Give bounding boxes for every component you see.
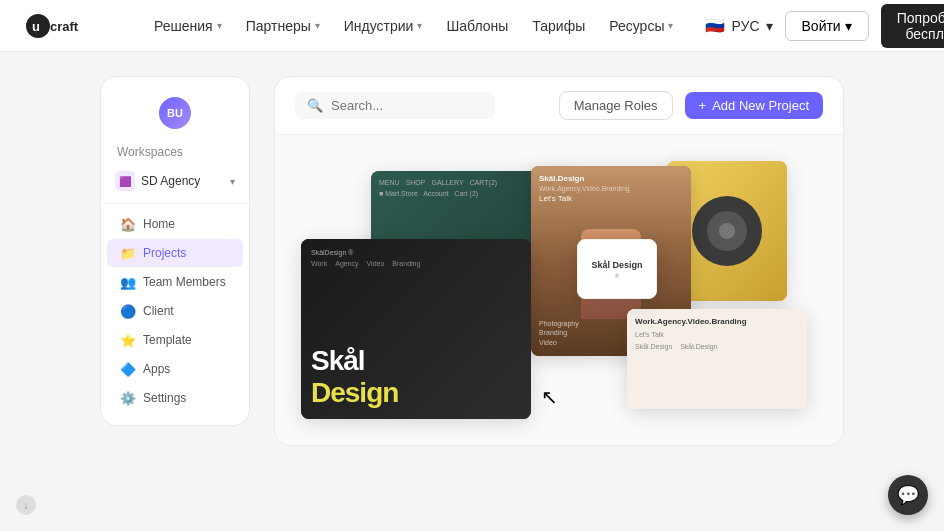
header-actions: Manage Roles + Add New Project — [559, 91, 823, 120]
sidebar-item-apps[interactable]: 🔷 Apps — [107, 355, 243, 383]
try-free-button[interactable]: Попробовать бесплатно ↗ — [881, 4, 944, 48]
photo-brand: SkäI.Design — [539, 174, 683, 183]
sidebar-item-home[interactable]: 🏠 Home — [107, 210, 243, 238]
svg-text:u: u — [32, 19, 40, 34]
logo[interactable]: u craft — [24, 12, 114, 40]
design-text: Design — [311, 377, 521, 409]
chevron-down-icon: ▾ — [668, 20, 673, 31]
skal-text: Skål — [311, 345, 521, 377]
svg-text:craft: craft — [50, 19, 79, 34]
team-icon: 👥 — [121, 275, 135, 289]
client-icon: 🔵 — [121, 304, 135, 318]
chat-icon: 💬 — [897, 484, 919, 506]
design-collage: MENUSHOPGALLERYCART(2) ■ Mart.Store Acco… — [291, 151, 827, 429]
agency-title: Work.Agency.Video.Branding — [635, 317, 799, 326]
cursor-icon: ↖ — [541, 385, 558, 409]
chevron-down-icon: ↓ — [24, 500, 29, 511]
sidebar-logo: BU — [159, 97, 191, 129]
sidebar-item-template[interactable]: ⭐ Template — [107, 326, 243, 354]
search-input[interactable] — [331, 98, 483, 113]
nav-link-solutions[interactable]: Решения ▾ — [154, 18, 222, 34]
plus-icon: + — [699, 98, 707, 113]
design-card-logo-small: Skål Design ® — [577, 239, 657, 299]
chevron-down-icon: ▾ — [315, 20, 320, 31]
small-brand: Skål Design — [591, 260, 642, 270]
scroll-hint[interactable]: ↓ — [16, 495, 36, 515]
sidebar-logo-area: BU — [101, 89, 249, 141]
chevron-down-icon: ▾ — [766, 18, 773, 34]
workspaces-label: Workspaces — [101, 141, 249, 165]
sidebar-panel: BU Workspaces 🟪 SD Agency ▾ 🏠 Home 📁 Pro… — [100, 76, 250, 426]
nav-link-industries[interactable]: Индустрии ▾ — [344, 18, 423, 34]
sidebar-divider — [101, 203, 249, 204]
chevron-down-icon: ▾ — [217, 20, 222, 31]
manage-roles-button[interactable]: Manage Roles — [559, 91, 673, 120]
chevron-down-icon: ▾ — [230, 176, 235, 187]
design-card-agency: Work.Agency.Video.Branding Let's Talk Sk… — [627, 309, 807, 409]
nav-actions: 🇷🇺 РУС ▾ Войти ▾ Попробовать бесплатно ↗ — [705, 4, 944, 48]
design-preview-area: MENUSHOPGALLERYCART(2) ■ Mart.Store Acco… — [275, 135, 843, 445]
nav-link-partners[interactable]: Партнеры ▾ — [246, 18, 320, 34]
sidebar-item-projects[interactable]: 📁 Projects — [107, 239, 243, 267]
template-icon: ⭐ — [121, 333, 135, 347]
nav-link-pricing[interactable]: Тарифы — [532, 18, 585, 34]
nav-links: Решения ▾ Партнеры ▾ Индустрии ▾ Шаблоны… — [154, 18, 673, 34]
navbar: u craft Решения ▾ Партнеры ▾ Индустрии ▾… — [0, 0, 944, 52]
language-button[interactable]: 🇷🇺 РУС ▾ — [705, 16, 772, 35]
content-header: 🔍 Manage Roles + Add New Project — [275, 77, 843, 135]
search-box[interactable]: 🔍 — [295, 92, 495, 119]
add-project-button[interactable]: + Add New Project — [685, 92, 823, 119]
home-icon: 🏠 — [121, 217, 135, 231]
sidebar-item-client[interactable]: 🔵 Client — [107, 297, 243, 325]
chevron-down-icon: ▾ — [845, 18, 852, 34]
design-card-main: SkälDesign ® WorkAgencyVideoBranding Skå… — [301, 239, 531, 419]
workspace-name: SD Agency — [141, 174, 200, 188]
login-button[interactable]: Войти ▾ — [785, 11, 869, 41]
projects-icon: 📁 — [121, 246, 135, 260]
chat-bubble[interactable]: 💬 — [888, 475, 928, 515]
sidebar-item-team-members[interactable]: 👥 Team Members — [107, 268, 243, 296]
search-icon: 🔍 — [307, 98, 323, 113]
settings-icon: ⚙️ — [121, 391, 135, 405]
nav-link-resources[interactable]: Ресурсы ▾ — [609, 18, 673, 34]
speaker-circle — [692, 196, 762, 266]
workspace-icon: 🟪 — [115, 171, 135, 191]
content-panel: 🔍 Manage Roles + Add New Project MENUSHO… — [274, 76, 844, 446]
apps-icon: 🔷 — [121, 362, 135, 376]
chevron-down-icon: ▾ — [417, 20, 422, 31]
nav-link-templates[interactable]: Шаблоны — [446, 18, 508, 34]
workspace-item[interactable]: 🟪 SD Agency ▾ — [101, 165, 249, 197]
main-content: BU Workspaces 🟪 SD Agency ▾ 🏠 Home 📁 Pro… — [0, 52, 944, 531]
sidebar-item-settings[interactable]: ⚙️ Settings — [107, 384, 243, 412]
